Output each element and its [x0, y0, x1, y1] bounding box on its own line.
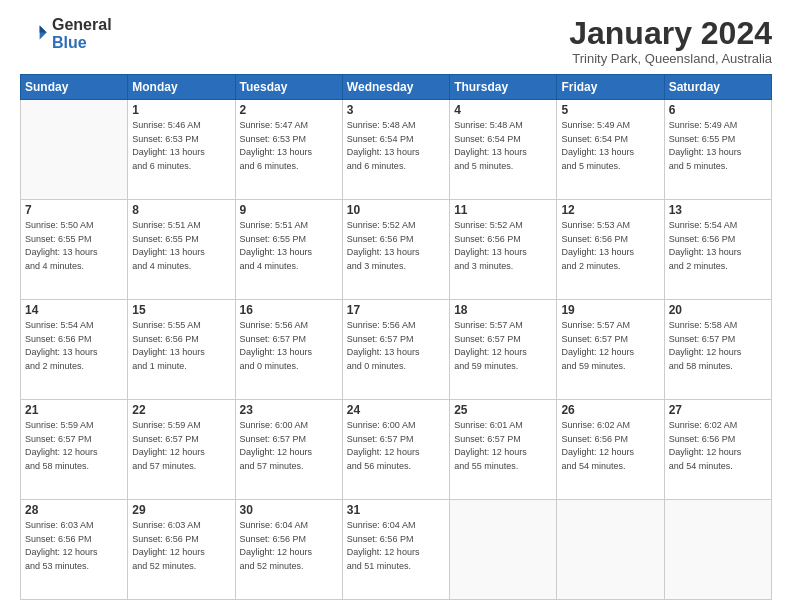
day-info: Sunrise: 6:03 AM Sunset: 6:56 PM Dayligh… [25, 519, 123, 573]
day-number: 19 [561, 303, 659, 317]
day-info: Sunrise: 6:03 AM Sunset: 6:56 PM Dayligh… [132, 519, 230, 573]
weekday-header-monday: Monday [128, 75, 235, 100]
day-cell: 14Sunrise: 5:54 AM Sunset: 6:56 PM Dayli… [21, 300, 128, 400]
day-number: 13 [669, 203, 767, 217]
weekday-header-saturday: Saturday [664, 75, 771, 100]
day-info: Sunrise: 5:55 AM Sunset: 6:56 PM Dayligh… [132, 319, 230, 373]
day-number: 29 [132, 503, 230, 517]
day-number: 23 [240, 403, 338, 417]
day-cell: 16Sunrise: 5:56 AM Sunset: 6:57 PM Dayli… [235, 300, 342, 400]
logo: General Blue [20, 16, 112, 52]
day-number: 4 [454, 103, 552, 117]
day-number: 12 [561, 203, 659, 217]
day-cell: 15Sunrise: 5:55 AM Sunset: 6:56 PM Dayli… [128, 300, 235, 400]
day-info: Sunrise: 5:59 AM Sunset: 6:57 PM Dayligh… [132, 419, 230, 473]
day-info: Sunrise: 5:57 AM Sunset: 6:57 PM Dayligh… [454, 319, 552, 373]
day-number: 11 [454, 203, 552, 217]
day-cell: 2Sunrise: 5:47 AM Sunset: 6:53 PM Daylig… [235, 100, 342, 200]
logo-icon [20, 20, 48, 48]
day-info: Sunrise: 5:52 AM Sunset: 6:56 PM Dayligh… [454, 219, 552, 273]
day-cell: 8Sunrise: 5:51 AM Sunset: 6:55 PM Daylig… [128, 200, 235, 300]
day-number: 14 [25, 303, 123, 317]
day-number: 6 [669, 103, 767, 117]
day-info: Sunrise: 5:57 AM Sunset: 6:57 PM Dayligh… [561, 319, 659, 373]
weekday-header-row: SundayMondayTuesdayWednesdayThursdayFrid… [21, 75, 772, 100]
weekday-header-wednesday: Wednesday [342, 75, 449, 100]
day-cell [664, 500, 771, 600]
header: General Blue January 2024 Trinity Park, … [20, 16, 772, 66]
day-cell: 27Sunrise: 6:02 AM Sunset: 6:56 PM Dayli… [664, 400, 771, 500]
day-number: 15 [132, 303, 230, 317]
day-cell: 31Sunrise: 6:04 AM Sunset: 6:56 PM Dayli… [342, 500, 449, 600]
day-number: 27 [669, 403, 767, 417]
day-info: Sunrise: 5:59 AM Sunset: 6:57 PM Dayligh… [25, 419, 123, 473]
day-info: Sunrise: 5:51 AM Sunset: 6:55 PM Dayligh… [132, 219, 230, 273]
week-row-3: 14Sunrise: 5:54 AM Sunset: 6:56 PM Dayli… [21, 300, 772, 400]
day-cell: 20Sunrise: 5:58 AM Sunset: 6:57 PM Dayli… [664, 300, 771, 400]
day-number: 17 [347, 303, 445, 317]
day-cell [21, 100, 128, 200]
page: General Blue January 2024 Trinity Park, … [0, 0, 792, 612]
day-cell: 18Sunrise: 5:57 AM Sunset: 6:57 PM Dayli… [450, 300, 557, 400]
day-info: Sunrise: 5:51 AM Sunset: 6:55 PM Dayligh… [240, 219, 338, 273]
day-number: 9 [240, 203, 338, 217]
weekday-header-thursday: Thursday [450, 75, 557, 100]
day-info: Sunrise: 5:48 AM Sunset: 6:54 PM Dayligh… [347, 119, 445, 173]
day-info: Sunrise: 5:49 AM Sunset: 6:54 PM Dayligh… [561, 119, 659, 173]
day-number: 24 [347, 403, 445, 417]
day-info: Sunrise: 6:04 AM Sunset: 6:56 PM Dayligh… [347, 519, 445, 573]
day-number: 28 [25, 503, 123, 517]
day-cell: 25Sunrise: 6:01 AM Sunset: 6:57 PM Dayli… [450, 400, 557, 500]
day-cell: 12Sunrise: 5:53 AM Sunset: 6:56 PM Dayli… [557, 200, 664, 300]
month-title: January 2024 [569, 16, 772, 51]
day-info: Sunrise: 5:49 AM Sunset: 6:55 PM Dayligh… [669, 119, 767, 173]
day-number: 7 [25, 203, 123, 217]
day-info: Sunrise: 5:54 AM Sunset: 6:56 PM Dayligh… [25, 319, 123, 373]
day-info: Sunrise: 5:48 AM Sunset: 6:54 PM Dayligh… [454, 119, 552, 173]
day-cell: 17Sunrise: 5:56 AM Sunset: 6:57 PM Dayli… [342, 300, 449, 400]
title-block: January 2024 Trinity Park, Queensland, A… [569, 16, 772, 66]
day-number: 5 [561, 103, 659, 117]
day-number: 21 [25, 403, 123, 417]
day-cell: 21Sunrise: 5:59 AM Sunset: 6:57 PM Dayli… [21, 400, 128, 500]
day-cell: 28Sunrise: 6:03 AM Sunset: 6:56 PM Dayli… [21, 500, 128, 600]
day-number: 20 [669, 303, 767, 317]
day-info: Sunrise: 5:50 AM Sunset: 6:55 PM Dayligh… [25, 219, 123, 273]
day-number: 22 [132, 403, 230, 417]
weekday-header-friday: Friday [557, 75, 664, 100]
day-cell: 30Sunrise: 6:04 AM Sunset: 6:56 PM Dayli… [235, 500, 342, 600]
day-info: Sunrise: 5:52 AM Sunset: 6:56 PM Dayligh… [347, 219, 445, 273]
day-info: Sunrise: 6:00 AM Sunset: 6:57 PM Dayligh… [347, 419, 445, 473]
day-info: Sunrise: 5:56 AM Sunset: 6:57 PM Dayligh… [347, 319, 445, 373]
day-cell: 1Sunrise: 5:46 AM Sunset: 6:53 PM Daylig… [128, 100, 235, 200]
day-cell: 26Sunrise: 6:02 AM Sunset: 6:56 PM Dayli… [557, 400, 664, 500]
day-number: 31 [347, 503, 445, 517]
day-info: Sunrise: 5:58 AM Sunset: 6:57 PM Dayligh… [669, 319, 767, 373]
weekday-header-sunday: Sunday [21, 75, 128, 100]
day-info: Sunrise: 5:47 AM Sunset: 6:53 PM Dayligh… [240, 119, 338, 173]
day-number: 26 [561, 403, 659, 417]
day-number: 2 [240, 103, 338, 117]
day-cell: 24Sunrise: 6:00 AM Sunset: 6:57 PM Dayli… [342, 400, 449, 500]
week-row-2: 7Sunrise: 5:50 AM Sunset: 6:55 PM Daylig… [21, 200, 772, 300]
day-info: Sunrise: 5:53 AM Sunset: 6:56 PM Dayligh… [561, 219, 659, 273]
day-cell [450, 500, 557, 600]
day-cell [557, 500, 664, 600]
day-cell: 29Sunrise: 6:03 AM Sunset: 6:56 PM Dayli… [128, 500, 235, 600]
day-info: Sunrise: 6:01 AM Sunset: 6:57 PM Dayligh… [454, 419, 552, 473]
weekday-header-tuesday: Tuesday [235, 75, 342, 100]
day-cell: 3Sunrise: 5:48 AM Sunset: 6:54 PM Daylig… [342, 100, 449, 200]
day-cell: 6Sunrise: 5:49 AM Sunset: 6:55 PM Daylig… [664, 100, 771, 200]
calendar-table: SundayMondayTuesdayWednesdayThursdayFrid… [20, 74, 772, 600]
day-info: Sunrise: 6:00 AM Sunset: 6:57 PM Dayligh… [240, 419, 338, 473]
day-number: 16 [240, 303, 338, 317]
day-cell: 4Sunrise: 5:48 AM Sunset: 6:54 PM Daylig… [450, 100, 557, 200]
day-cell: 9Sunrise: 5:51 AM Sunset: 6:55 PM Daylig… [235, 200, 342, 300]
week-row-4: 21Sunrise: 5:59 AM Sunset: 6:57 PM Dayli… [21, 400, 772, 500]
day-cell: 19Sunrise: 5:57 AM Sunset: 6:57 PM Dayli… [557, 300, 664, 400]
day-cell: 23Sunrise: 6:00 AM Sunset: 6:57 PM Dayli… [235, 400, 342, 500]
day-number: 25 [454, 403, 552, 417]
day-cell: 13Sunrise: 5:54 AM Sunset: 6:56 PM Dayli… [664, 200, 771, 300]
day-cell: 7Sunrise: 5:50 AM Sunset: 6:55 PM Daylig… [21, 200, 128, 300]
logo-text: General Blue [52, 16, 112, 52]
